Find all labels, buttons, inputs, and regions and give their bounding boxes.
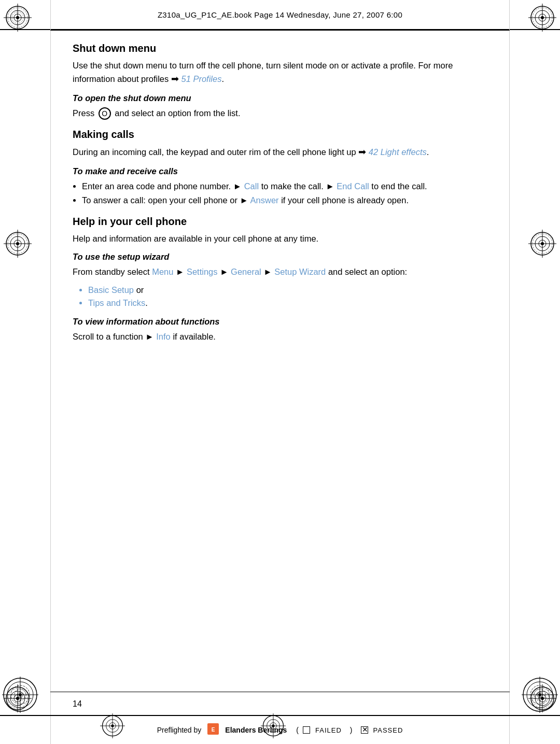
link-tips-tricks: Tips and Tricks <box>88 298 145 307</box>
arrow-sw-2: ► <box>218 267 231 276</box>
circle-o-icon: O <box>99 107 111 120</box>
body-text-5b: if available. <box>171 332 216 341</box>
trim-line-left <box>50 0 51 744</box>
heading-making-calls: Making calls <box>73 127 487 142</box>
section-making-calls: Making calls During an incoming call, th… <box>73 127 487 206</box>
section-help-cell-phone: Help in your cell phone Help and informa… <box>73 214 487 343</box>
header-bar: Z310a_UG_P1C_AE.book Page 14 Wednesday, … <box>0 0 560 30</box>
svg-point-64 <box>19 693 22 696</box>
section-shut-down-menu: Shut down menu Use the shut down menu to… <box>73 41 487 120</box>
hline-bottom <box>50 692 510 692</box>
header-text: Z310a_UG_P1C_AE.book Page 14 Wednesday, … <box>158 10 402 19</box>
heading-help-cell-phone: Help in your cell phone <box>73 214 487 229</box>
arrow-1: ➡ <box>171 74 179 84</box>
reg-mark-mid-left <box>2 228 33 259</box>
body-open-shut-down: Press O and select an option from the li… <box>73 107 487 120</box>
subsection-setup-wizard: To use the setup wizard From standby sel… <box>73 251 487 309</box>
footer-preflighted-label: Preflighted by <box>157 726 202 734</box>
hline-top <box>50 30 510 31</box>
bullet-text-2a: To answer a call: open your cell phone o… <box>82 195 240 205</box>
passed-checkbox <box>361 726 368 734</box>
body-text-2: During an incoming call, the keypad and … <box>73 147 358 157</box>
arrow-sw-1: ► <box>173 267 187 276</box>
body-text-2-suffix: . <box>427 147 429 157</box>
svg-point-72 <box>538 693 541 696</box>
bullet-text-2b: if your cell phone is already open. <box>279 195 409 205</box>
svg-point-27 <box>541 242 544 245</box>
link-basic-setup: Basic Setup <box>88 285 134 294</box>
footer-parens-open: ( <box>296 726 299 734</box>
bullet-list-calls: Enter an area code and phone number. ► C… <box>82 180 487 207</box>
link-answer: Answer <box>250 195 279 205</box>
link-setup-wizard: Setup Wizard <box>274 267 326 276</box>
arrow-call-3: ► <box>240 195 248 205</box>
arrow-2: ➡ <box>358 147 366 157</box>
bullet-text-1a: Enter an area code and phone number. <box>82 181 233 191</box>
link-call: Call <box>244 181 259 191</box>
subsection-view-info: To view information about functions Scro… <box>73 316 487 343</box>
svg-point-20 <box>16 242 19 245</box>
heading-shut-down-menu: Shut down menu <box>73 41 487 56</box>
press-label: Press <box>73 108 97 118</box>
body-making-calls: During an incoming call, the keypad and … <box>73 145 487 159</box>
failed-checkbox <box>303 726 310 734</box>
subheading-view-info: To view information about functions <box>73 316 487 328</box>
passed-label: PASSED <box>373 726 403 734</box>
main-content: Shut down menu Use the shut down menu to… <box>73 39 487 687</box>
body-help-cell-phone: Help and information are available in yo… <box>73 232 487 245</box>
link-end-call: End Call <box>337 181 369 191</box>
bullet-text-1b: to make the call. <box>259 181 326 191</box>
link-info: Info <box>156 332 171 341</box>
svg-text:E: E <box>212 727 215 733</box>
link-42-light-effects: 42 Light effects <box>369 147 427 157</box>
arrow-call-2: ► <box>326 181 334 191</box>
text-period: . <box>145 298 148 307</box>
reg-mark-top-left <box>2 2 33 33</box>
bullet-basic-setup: Basic Setup or <box>88 284 487 297</box>
failed-label: FAILED <box>315 726 342 734</box>
text-or: or <box>134 285 144 294</box>
arrow-info: ► <box>145 332 153 341</box>
reg-mark-top-right <box>527 2 558 33</box>
page-number: 14 <box>73 699 82 709</box>
body-setup-wizard: From standby select Menu ► Settings ► Ge… <box>73 265 487 278</box>
link-51-profiles: 51 Profiles <box>181 74 221 83</box>
subsection-open-shut-down: To open the shut down menu Press O and s… <box>73 92 487 120</box>
bullet-call-2: To answer a call: open your cell phone o… <box>82 194 487 207</box>
body-text-4a: From standby select <box>73 267 152 276</box>
body-view-info: Scroll to a function ► Info if available… <box>73 330 487 343</box>
bullet-call-1: Enter an area code and phone number. ► C… <box>82 180 487 193</box>
footer-parens-close: ) <box>350 726 353 734</box>
body-text-1-suffix: . <box>221 74 224 83</box>
body-text-3: Help and information are available in yo… <box>73 234 318 243</box>
body-open-shut-down-suffix: and select an option from the list. <box>113 108 241 118</box>
subsection-make-receive-calls: To make and receive calls Enter an area … <box>73 165 487 206</box>
reg-mark-mid-right <box>527 228 558 259</box>
arrow-call-1: ► <box>233 181 242 191</box>
body-text-1: Use the shut down menu to turn off the c… <box>73 61 453 83</box>
elanders-logo-text: Elanders Berlings <box>225 726 287 734</box>
subheading-make-receive-calls: To make and receive calls <box>73 165 487 178</box>
spiral-bottom-right <box>522 677 558 713</box>
subheading-setup-wizard: To use the setup wizard <box>73 251 487 263</box>
bullet-tips-tricks: Tips and Tricks. <box>88 297 487 310</box>
arrow-sw-3: ► <box>261 267 275 276</box>
svg-point-5 <box>16 16 19 19</box>
footer-bar: Preflighted by E Elanders Berlings ( FAI… <box>0 715 560 744</box>
body-text-5a: Scroll to a function <box>73 332 145 341</box>
body-shut-down-menu: Use the shut down menu to turn off the c… <box>73 59 487 86</box>
link-menu: Menu <box>152 267 173 276</box>
link-general: General <box>231 267 261 276</box>
nested-bullet-list-wizard: Basic Setup or Tips and Tricks. <box>88 284 487 310</box>
link-settings: Settings <box>187 267 218 276</box>
body-text-4b: and select an option: <box>326 267 407 276</box>
trim-line-right <box>509 0 510 744</box>
svg-point-13 <box>541 16 544 19</box>
subheading-open-shut-down: To open the shut down menu <box>73 92 487 105</box>
bullet-text-1c: to end the call. <box>369 181 427 191</box>
spiral-bottom-left <box>2 677 38 713</box>
elanders-logo-icon: E <box>207 723 219 737</box>
